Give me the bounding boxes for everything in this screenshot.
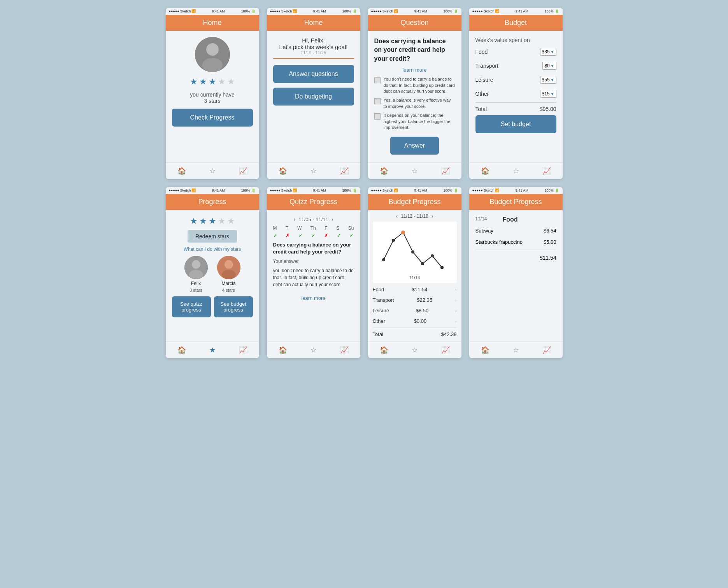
week-range: 11/05 - 11/11	[298, 217, 328, 222]
bp-leisure-row[interactable]: Leisure $8.50 ›	[373, 306, 457, 315]
pstar-1: ★	[190, 216, 198, 226]
week-range-bp: 11/12 - 11/18	[401, 213, 428, 219]
screen-title-budget-detail: Budget Progress	[469, 194, 563, 210]
prev-week-bp[interactable]: ‹	[396, 213, 398, 219]
phone-budget-detail: ●●●●● Sketch 📶 9:41 AM 100% 🔋 Budget Pro…	[469, 187, 563, 358]
answer-questions-button[interactable]: Answer questions	[273, 65, 354, 83]
nav-home-icon-6[interactable]: 🏠	[279, 346, 287, 354]
day-s: S	[336, 225, 339, 231]
nav-star-icon[interactable]: ☆	[209, 167, 216, 175]
bp-food-label: Food	[373, 287, 384, 292]
nav-trending-icon-4[interactable]: 📈	[542, 167, 551, 175]
nav-star-icon-4[interactable]: ☆	[513, 167, 519, 175]
bp-total-value: $42.39	[441, 331, 457, 337]
nav-star-icon-2[interactable]: ☆	[310, 167, 317, 175]
nav-home-icon-2[interactable]: 🏠	[279, 167, 287, 175]
quiz-answer-text: you don't need to carry a balance to do …	[273, 267, 354, 288]
nav-home-icon-7[interactable]: 🏠	[380, 346, 388, 354]
marcia-stars: 4 stars	[222, 288, 235, 292]
nav-home-icon-5[interactable]: 🏠	[177, 346, 186, 354]
bp-food-row[interactable]: Food $11.54 ›	[373, 285, 457, 294]
nav-trending-icon-2[interactable]: 📈	[340, 167, 349, 175]
checkbox-1[interactable]	[374, 77, 381, 83]
carrier-label-6: Sketch	[281, 188, 292, 192]
home2-content: Hi, Felix! Let's pick this week's goal! …	[267, 31, 360, 162]
quiz-learn-more-link[interactable]: learn more	[301, 295, 325, 301]
total-label: Total	[475, 106, 487, 112]
time-label-7: 9:41 AM	[414, 188, 427, 192]
home1-content: ★ ★ ★ ★ ★ you currently have3 stars Chec…	[166, 31, 259, 162]
other-label: Other	[475, 91, 489, 97]
wifi-icon-6: 📶	[293, 188, 297, 192]
cal-header: M T W Th F S Su	[273, 225, 354, 231]
battery-label-4: 100%	[544, 9, 553, 13]
wifi-icon-2: 📶	[293, 9, 297, 13]
nav-star-icon-5[interactable]: ★	[209, 346, 216, 354]
bp-other-row[interactable]: Other $0.00 ›	[373, 317, 457, 325]
battery-icon-4: 🔋	[555, 9, 559, 13]
answer-option-1: You don't need to carry a balance to do …	[374, 76, 455, 94]
status-bar-4: ●●●●● Sketch 📶 9:41 AM 100% 🔋	[469, 8, 563, 15]
question-text: Does carrying a balance on your credit c…	[374, 37, 455, 63]
status-bar-8: ●●●●● Sketch 📶 9:41 AM 100% 🔋	[469, 187, 563, 194]
nav-trending-icon-6[interactable]: 📈	[340, 346, 349, 354]
next-week-arrow[interactable]: ›	[332, 216, 333, 222]
other-input[interactable]: $15 ▼	[540, 90, 556, 98]
nav-star-icon-6[interactable]: ☆	[310, 346, 317, 354]
nav-home-icon-4[interactable]: 🏠	[481, 167, 489, 175]
nav-star-icon-7[interactable]: ☆	[412, 346, 418, 354]
redeem-stars-button[interactable]: Redeem stars	[188, 230, 237, 243]
nav-home-icon[interactable]: 🏠	[177, 167, 186, 175]
nav-trending-icon-5[interactable]: 📈	[239, 346, 247, 354]
next-week-bp[interactable]: ›	[432, 213, 433, 219]
status-right-8: 100% 🔋	[544, 188, 559, 192]
status-right-6: 100% 🔋	[342, 188, 357, 192]
cal-checks-row: ✓ ✗ ✓ ✓ ✗ ✓ ✓	[273, 232, 354, 238]
day-su: Su	[348, 225, 354, 231]
svg-point-12	[392, 239, 395, 242]
transport-input[interactable]: $0 ▼	[542, 62, 556, 70]
status-left-4: ●●●●● Sketch 📶	[472, 9, 500, 13]
felix-stars: 3 stars	[189, 288, 202, 292]
do-budgeting-button[interactable]: Do budgeting	[273, 88, 354, 106]
checkbox-3[interactable]	[374, 113, 381, 120]
see-budget-progress-button[interactable]: See budget progress	[214, 296, 253, 317]
see-quizz-progress-button[interactable]: See quizz progress	[172, 296, 211, 317]
nav-star-icon-3[interactable]: ☆	[412, 167, 418, 175]
wifi-icon-7: 📶	[394, 188, 398, 192]
nav-trending-icon-8[interactable]: 📈	[542, 346, 551, 354]
svg-point-13	[411, 250, 414, 254]
check-progress-button[interactable]: Check Progress	[172, 109, 253, 127]
wifi-icon: 📶	[191, 9, 196, 13]
prev-week-arrow[interactable]: ‹	[294, 216, 296, 222]
bp-transport-label: Transport	[373, 297, 394, 303]
leisure-input[interactable]: $55 ▼	[540, 76, 556, 84]
battery-icon-8: 🔋	[555, 188, 559, 192]
bp-transport-row[interactable]: Transport $22.35 ›	[373, 296, 457, 304]
bp-total-label: Total	[373, 331, 383, 337]
answer-button[interactable]: Answer	[390, 137, 439, 155]
day-t: T	[286, 225, 288, 231]
learn-more-link[interactable]: learn more	[402, 67, 426, 73]
budget-other-row: Other $15 ▼	[475, 88, 556, 99]
nav-home-icon-3[interactable]: 🏠	[380, 167, 388, 175]
day-m: M	[273, 225, 277, 231]
checkbox-2[interactable]	[374, 98, 381, 104]
signal-icon-4: ●●●●●	[472, 9, 483, 13]
what-stars-link[interactable]: What can I do with my stars	[184, 246, 241, 252]
felix-name: Felix	[191, 281, 201, 286]
star-5: ★	[227, 77, 235, 87]
nav-trending-icon-3[interactable]: 📈	[441, 167, 450, 175]
row-1: ●●●●● Sketch 📶 9:41 AM 100% 🔋 Home	[8, 8, 720, 179]
marcia-name: Marcia	[221, 281, 235, 286]
food-input[interactable]: $35 ▼	[540, 48, 556, 56]
week-label: Week's value spent on	[475, 37, 556, 43]
nav-trending-icon[interactable]: 📈	[239, 167, 247, 175]
day-f: F	[325, 225, 327, 231]
status-right-5: 100% 🔋	[241, 188, 256, 192]
nav-star-icon-8[interactable]: ☆	[513, 346, 519, 354]
set-budget-button[interactable]: Set budget	[475, 115, 556, 133]
nav-trending-icon-7[interactable]: 📈	[441, 346, 450, 354]
nav-home-icon-8[interactable]: 🏠	[481, 346, 489, 354]
divider-budget	[475, 102, 556, 103]
